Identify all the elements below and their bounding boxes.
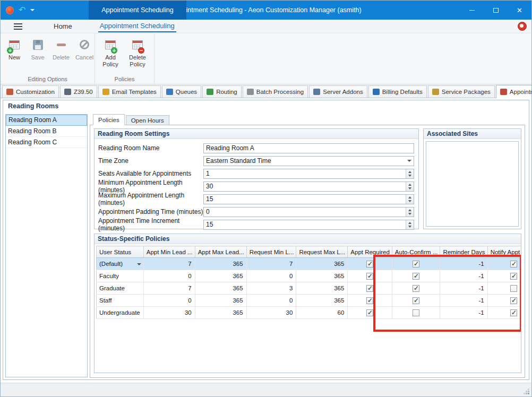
spinner-down-icon[interactable] [408,187,411,189]
help-icon[interactable] [518,22,527,31]
spinner-buttons[interactable] [406,208,414,217]
notify-appt-received-cell[interactable] [487,282,521,295]
notify-appt-received-checkbox[interactable] [510,285,517,292]
spinner-buttons[interactable] [406,182,414,191]
maximize-button[interactable] [484,1,508,20]
appt-min-lead-cell[interactable]: 0 [143,270,195,282]
request-min-lead-cell[interactable]: 0 [246,295,296,307]
reminder-days-cell[interactable]: -1 [440,258,487,270]
tab-open-hours[interactable]: Open Hours [126,115,169,125]
policy-column-header[interactable]: Request Min L... [246,246,296,258]
policy-column-header[interactable]: Appt Max Lead... [195,246,246,258]
notify-appt-received-cell[interactable] [487,270,521,282]
auto-confirm-cell[interactable] [392,295,440,307]
tab-appointment-scheduling[interactable]: Appointment Scheduling [496,85,532,98]
appt-max-lead-cell[interactable]: 365 [195,282,246,295]
appt-required-checkbox[interactable] [366,309,373,316]
cancel-button[interactable]: Cancel [75,38,94,61]
spinner-up-icon[interactable] [408,184,411,186]
notify-appt-received-checkbox[interactable] [510,297,517,304]
list-item-reading-room-b[interactable]: Reading Room B [6,126,87,137]
add-policy-button[interactable]: + Add Policy [98,38,123,67]
spinner-down-icon[interactable] [408,213,411,215]
tab-batch-processing[interactable]: Batch Processing [243,85,308,98]
user-status-cell[interactable]: Undergraduate [97,307,144,319]
close-button[interactable]: ✕ [508,1,531,20]
policy-row-staff[interactable]: Staff03650365-1 [97,295,521,307]
appt-required-checkbox[interactable] [366,273,373,280]
appt-min-lead-cell[interactable]: 0 [143,295,195,307]
reading-rooms-list[interactable]: Reading Room A Reading Room B Reading Ro… [5,114,88,377]
policy-column-header[interactable]: Request Max L... [296,246,348,258]
request-max-lead-cell[interactable]: 365 [296,270,348,282]
request-max-lead-cell[interactable]: 365 [296,282,348,295]
policy-row-default[interactable]: (Default)73657365-1 [97,258,521,270]
new-button[interactable]: + New [5,38,24,61]
reminder-days-cell[interactable]: -1 [440,270,487,282]
notify-appt-received-checkbox[interactable] [510,261,517,267]
user-status-cell[interactable]: Faculty [97,270,144,282]
min-appt-length-input[interactable] [204,182,406,191]
appt-required-cell[interactable] [348,258,392,270]
tab-server-addons[interactable]: Server Addons [309,85,367,98]
tab-email-templates[interactable]: Email Templates [98,85,161,98]
spinner-down-icon[interactable] [408,175,411,177]
reading-room-name-input[interactable] [204,144,414,153]
spinner-buttons[interactable] [406,195,414,204]
seats-available-input[interactable] [204,169,406,178]
spinner-up-icon[interactable] [408,222,411,224]
request-max-lead-cell[interactable]: 60 [296,307,348,319]
appt-required-checkbox[interactable] [366,261,373,267]
request-max-lead-cell[interactable]: 365 [296,258,348,270]
notify-appt-received-cell[interactable] [487,258,521,270]
quick-access-dropdown-icon[interactable] [30,9,35,11]
appt-required-cell[interactable] [348,282,392,295]
appt-required-cell[interactable] [348,270,392,282]
list-item-reading-room-a[interactable]: Reading Room A [6,115,87,126]
auto-confirm-cell[interactable] [392,258,440,270]
appt-min-lead-cell[interactable]: 7 [143,258,195,270]
status-dropdown-caret-icon[interactable] [137,263,141,265]
auto-confirm-checkbox[interactable] [413,309,419,316]
spinner-down-icon[interactable] [408,200,411,202]
policy-row-graduate[interactable]: Graduate73653365-1 [97,282,521,295]
spinner-up-icon[interactable] [408,196,411,198]
appt-required-checkbox[interactable] [366,285,373,292]
max-appt-length-input[interactable] [204,195,406,204]
undo-icon[interactable]: ↶ [19,6,25,14]
request-min-lead-cell[interactable]: 0 [246,270,296,282]
delete-button[interactable]: Delete [52,38,71,61]
spinner-up-icon[interactable] [408,171,411,173]
policy-column-header[interactable]: Auto-Confirm ... [392,246,440,258]
request-min-lead-cell[interactable]: 30 [246,307,296,319]
appt-max-lead-cell[interactable]: 365 [195,258,246,270]
notify-appt-received-cell[interactable] [487,307,521,319]
spinner-down-icon[interactable] [408,226,411,228]
policy-column-header[interactable]: Appt Required [348,246,392,258]
minimize-button[interactable] [460,1,484,20]
auto-confirm-checkbox[interactable] [413,297,419,304]
list-item-reading-room-c[interactable]: Reading Room C [6,137,87,148]
delete-policy-button[interactable]: − Delete Policy [125,38,150,67]
spinner-up-icon[interactable] [408,209,411,211]
auto-confirm-checkbox[interactable] [413,261,419,267]
tab-policies[interactable]: Policies [93,114,125,125]
time-zone-dropdown[interactable]: Eastern Standard Time [203,156,414,166]
policy-column-header[interactable]: User Status [97,246,144,258]
request-max-lead-cell[interactable]: 365 [296,295,348,307]
resize-grip[interactable] [523,388,529,394]
appt-max-lead-cell[interactable]: 365 [195,307,246,319]
policy-row-undergraduate[interactable]: Undergraduate303653060-1 [97,307,521,319]
tab-billing-defaults[interactable]: Billing Defaults [368,85,427,98]
appt-max-lead-cell[interactable]: 365 [195,270,246,282]
notify-appt-received-checkbox[interactable] [510,273,517,280]
user-status-cell[interactable]: (Default) [97,258,144,270]
tab-routing[interactable]: Routing [202,85,242,98]
auto-confirm-cell[interactable] [392,307,440,319]
chevron-down-icon[interactable] [405,157,414,166]
tab-queues[interactable]: Queues [162,85,201,98]
policy-column-header[interactable]: Appt Min Lead ... [143,246,195,258]
spinner-buttons[interactable] [406,169,414,178]
policy-column-header[interactable]: Reminder Days [440,246,487,258]
auto-confirm-cell[interactable] [392,282,440,295]
